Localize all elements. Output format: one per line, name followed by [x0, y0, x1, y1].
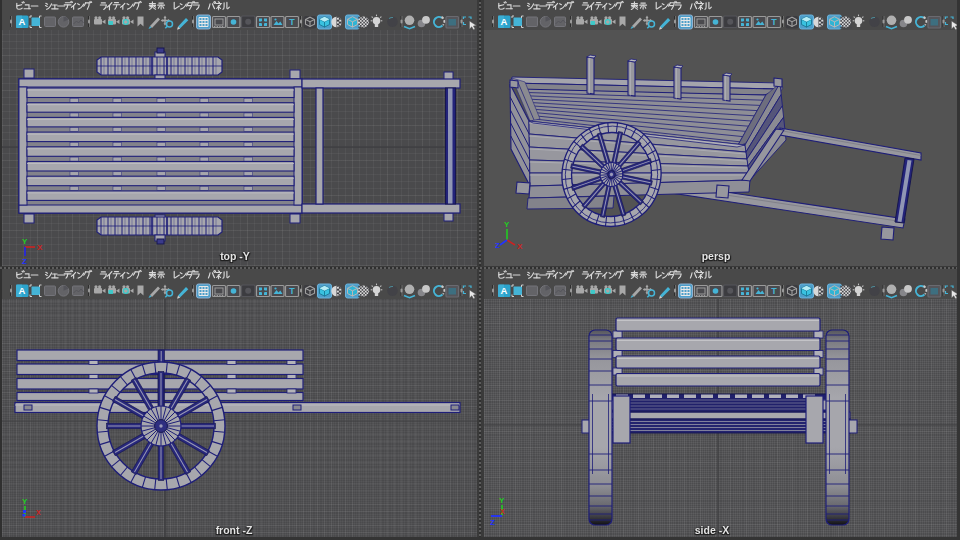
- svg-text:X: X: [37, 243, 43, 252]
- svg-text:X: X: [500, 508, 505, 515]
- svg-text:A: A: [19, 16, 26, 27]
- svg-text:A: A: [19, 285, 26, 296]
- svg-text:T: T: [771, 286, 777, 296]
- svg-text:X: X: [36, 509, 41, 516]
- svg-text:T: T: [289, 17, 295, 27]
- svg-text:A: A: [501, 285, 508, 296]
- svg-text:T: T: [771, 17, 777, 27]
- svg-text:Y: Y: [22, 237, 28, 246]
- svg-text:X: X: [517, 242, 523, 251]
- svg-text:Y: Y: [504, 220, 510, 229]
- svg-text:Z: Z: [495, 241, 500, 250]
- svg-text:A: A: [501, 16, 508, 27]
- svg-text:Y: Y: [22, 497, 28, 506]
- svg-text:T: T: [289, 286, 295, 296]
- svg-text:Y: Y: [499, 496, 505, 505]
- svg-text:Z: Z: [22, 257, 27, 266]
- svg-text:Z: Z: [490, 518, 495, 527]
